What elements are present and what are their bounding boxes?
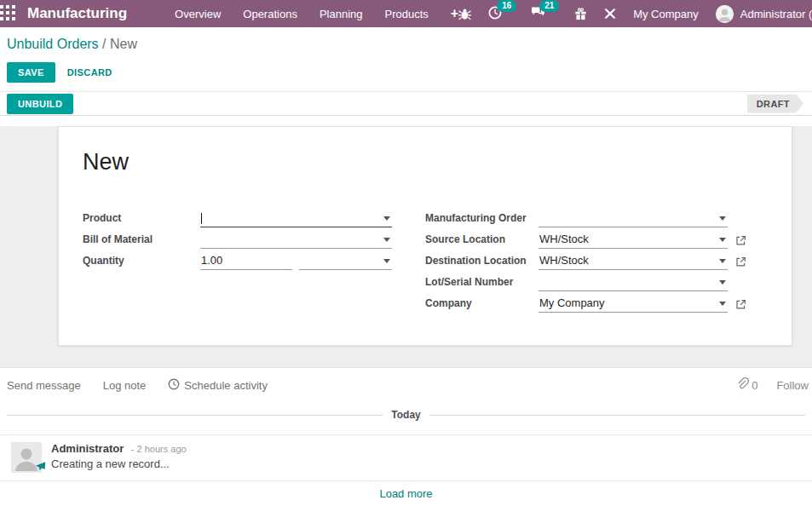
send-message-button[interactable]: Send message [7, 379, 81, 392]
app-name[interactable]: Manufacturing [27, 5, 127, 22]
chatter: Send message Log note Schedule activity … [0, 367, 812, 500]
field-row-quantity: Quantity 1.00 [83, 249, 425, 270]
divider-line [429, 415, 805, 416]
quantity-label: Quantity [83, 255, 200, 270]
form-right-column: Manufacturing Order Source Location WH/S… [425, 206, 768, 313]
breadcrumb-unbuild-orders[interactable]: Unbuild Orders [7, 37, 99, 51]
message-type-plane-icon [35, 460, 46, 475]
field-row-company: Company My Company [425, 291, 768, 313]
attachment-count: 0 [752, 379, 757, 392]
date-divider: Today [0, 409, 812, 421]
record-title: New [83, 149, 768, 175]
dropdown-caret-icon[interactable] [719, 238, 726, 242]
message-avatar [11, 442, 42, 473]
schedule-activity-button[interactable]: Schedule activity [168, 378, 268, 393]
product-input[interactable] [200, 210, 392, 227]
main-menu: Overview Operations Planning Products [175, 8, 429, 20]
control-panel: Unbuild Orders / New SAVE DISCARD [0, 27, 812, 91]
field-row-destination-location: Destination Location WH/Stock [425, 249, 768, 270]
text-cursor [201, 213, 202, 224]
source-location-input[interactable]: WH/Stock [538, 231, 728, 249]
paperclip-icon [736, 377, 749, 393]
company-label: Company [425, 297, 538, 313]
form-left-column: Product Bill of Material Quantity [83, 206, 425, 313]
form-view-background: New Product Bill of Material [0, 126, 812, 367]
chatter-message: Administrator - 2 hours ago Creating a n… [0, 434, 812, 481]
destination-location-input[interactable]: WH/Stock [538, 252, 728, 270]
status-draft[interactable]: DRAFT [747, 95, 803, 113]
dropdown-caret-icon[interactable] [383, 238, 390, 242]
menu-overview[interactable]: Overview [175, 8, 221, 20]
activities-menu[interactable]: 16 [488, 6, 502, 22]
uom-input[interactable] [299, 252, 392, 270]
destination-location-label: Destination Location [425, 255, 538, 270]
user-avatar[interactable] [716, 5, 734, 23]
external-link-icon[interactable] [735, 299, 746, 313]
discard-button[interactable]: DISCARD [67, 67, 112, 78]
save-button[interactable]: SAVE [7, 62, 55, 83]
systray: 16 21 My Company [458, 5, 812, 23]
menu-products[interactable]: Products [385, 8, 429, 20]
field-row-product: Product [83, 206, 425, 227]
lot-serial-input[interactable] [538, 273, 728, 291]
debug-bug-icon[interactable] [458, 8, 471, 20]
dropdown-caret-icon[interactable] [719, 259, 726, 263]
breadcrumb-separator: / [102, 37, 106, 51]
plus-menu-button[interactable]: + [451, 6, 458, 21]
external-link-icon[interactable] [735, 235, 746, 249]
bom-label: Bill of Material [83, 233, 200, 249]
dropdown-caret-icon[interactable] [719, 302, 726, 306]
company-input[interactable]: My Company [538, 295, 728, 313]
message-content: Administrator - 2 hours ago Creating a n… [51, 442, 187, 473]
load-more-link[interactable]: Load more [379, 487, 432, 500]
form-statusbar: UNBUILD DRAFT [0, 91, 812, 116]
apps-grid-icon [0, 5, 15, 23]
unbuild-button[interactable]: UNBUILD [7, 94, 73, 114]
menu-planning[interactable]: Planning [320, 8, 363, 20]
form-sheet: New Product Bill of Material [58, 126, 792, 346]
message-body: Creating a new record... [51, 457, 187, 470]
clock-icon [168, 378, 180, 393]
divider-line [7, 415, 383, 416]
messages-menu[interactable]: 21 [531, 6, 545, 21]
load-more-row: Load more [0, 487, 812, 500]
log-note-button[interactable]: Log note [103, 379, 147, 392]
control-panel-buttons: SAVE DISCARD [7, 62, 805, 83]
quantity-input[interactable]: 1.00 [200, 252, 292, 270]
message-timestamp: - 2 hours ago [131, 444, 187, 454]
field-row-bom: Bill of Material [83, 227, 425, 249]
field-row-lot-serial: Lot/Serial Number [425, 270, 768, 291]
chatter-toolbar-right: 0 Follow [736, 377, 803, 393]
top-navbar: Manufacturing Overview Operations Planni… [0, 0, 812, 27]
manufacturing-order-input[interactable] [538, 210, 728, 227]
external-link-icon[interactable] [735, 256, 746, 270]
user-menu[interactable]: Administrator ( [740, 8, 812, 20]
menu-operations[interactable]: Operations [243, 8, 297, 20]
breadcrumb-current: New [110, 37, 137, 51]
company-switcher[interactable]: My Company [633, 8, 699, 20]
chatter-toolbar: Send message Log note Schedule activity … [0, 368, 812, 401]
tools-icon[interactable] [604, 8, 616, 20]
date-divider-label: Today [383, 409, 429, 421]
apps-menu-button[interactable] [0, 0, 15, 27]
breadcrumb: Unbuild Orders / New [7, 37, 805, 52]
gift-icon[interactable] [574, 8, 587, 20]
message-count-badge: 21 [539, 0, 559, 12]
dropdown-caret-icon[interactable] [719, 280, 726, 285]
activity-count-badge: 16 [497, 0, 516, 12]
field-row-source-location: Source Location WH/Stock [425, 227, 768, 249]
dropdown-caret-icon[interactable] [383, 259, 390, 263]
dropdown-caret-icon[interactable] [719, 216, 726, 221]
field-row-manufacturing-order: Manufacturing Order [425, 206, 768, 227]
mo-label: Manufacturing Order [425, 212, 538, 227]
lot-serial-label: Lot/Serial Number [425, 276, 538, 291]
message-author[interactable]: Administrator [51, 442, 124, 455]
bom-input[interactable] [200, 231, 392, 249]
attachments-button[interactable]: 0 [736, 377, 757, 393]
source-location-label: Source Location [425, 233, 538, 249]
product-label: Product [83, 212, 200, 227]
dropdown-caret-icon[interactable] [383, 216, 390, 221]
follow-button[interactable]: Follow [776, 379, 809, 392]
